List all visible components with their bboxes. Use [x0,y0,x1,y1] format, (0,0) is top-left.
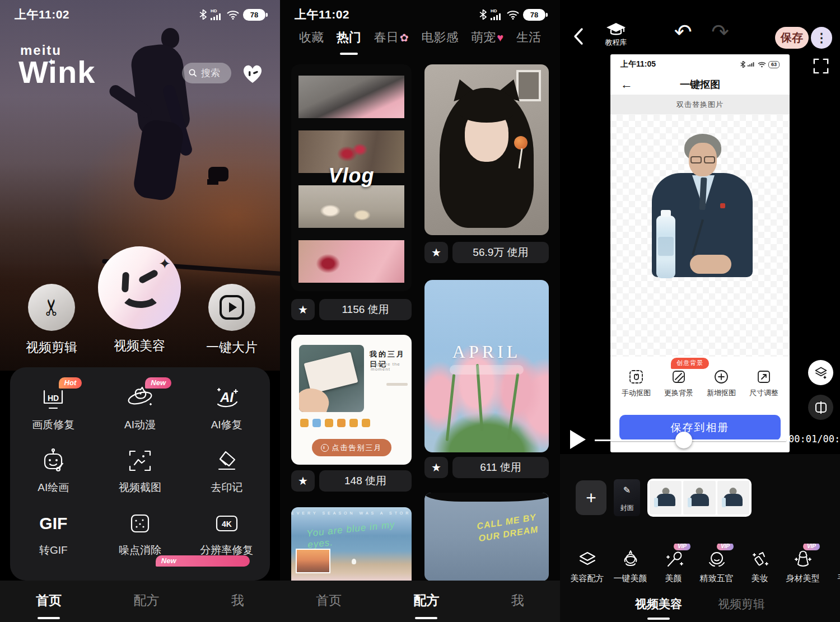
favorite-button[interactable]: ★ [291,470,315,492]
tool-to-gif[interactable]: GIF 转GIF [10,502,97,564]
video-clip-filmstrip[interactable] [647,479,752,517]
status-bar: 上午11:02 HD 78 [280,4,560,25]
nav-recipes[interactable]: 配方 [133,592,159,611]
toolbar-refined-features[interactable]: VIP 精致五官 [695,544,738,593]
fullscreen-button[interactable] [813,58,829,76]
add-cutout-button[interactable]: 新增抠图 [707,369,736,398]
template-card-dream[interactable]: CALL ME BY OUR DREAM [424,493,549,581]
star-icon: ★ [298,303,308,316]
template-card-march-diary[interactable]: 我的三月日记 Capture the moment ‖ 点击告别三月 [291,335,412,465]
beauty-toolbar: 美容配方 一键美颜 VIP 美颜 VIP 精致五官 [560,544,840,593]
quick-action-video-edit[interactable]: ✂ 视频剪辑 [26,284,77,356]
tool-partial-3[interactable] [183,564,270,581]
save-button[interactable]: 保存 [775,27,809,49]
back-arrow-icon[interactable]: ← [620,77,633,92]
favorite-button[interactable]: ★ [424,242,448,263]
tool-video-screenshot[interactable]: 视频截图 [97,439,184,502]
template-card-beach[interactable]: EVERY SEASON WAS A STORY You are blue in… [291,507,412,591]
video-preview-canvas[interactable]: 上午11:05 63 ← 一键抠图 双击替换图片 [610,54,790,452]
compare-button[interactable] [808,395,833,420]
gif-icon: GIF [39,508,67,539]
tool-quality-repair[interactable]: Hot HD 画质修复 [10,376,97,439]
use-template-button[interactable]: 1156 使用 [319,299,412,320]
nav-me[interactable]: 我 [231,592,244,611]
template-actions: ★ 56.9万 使用 [424,242,549,263]
resize-button[interactable]: 尺寸调整 [749,369,778,398]
use-template-button[interactable]: 148 使用 [319,470,412,492]
tutorial-library-button[interactable]: 教程库 [595,22,637,48]
car-mirror [208,167,228,181]
nav-me[interactable]: 我 [511,592,524,611]
toolbar-beauty[interactable]: VIP 美颜 [652,544,695,593]
diary-cta-button[interactable]: ‖ 点击告别三月 [312,439,391,456]
toolbar-makeup[interactable]: 美妆 [738,544,781,593]
nav-home[interactable]: 首页 [316,592,342,611]
tab-favorites[interactable]: 收藏 [299,29,324,46]
back-button[interactable] [572,27,585,48]
cover-thumbnail[interactable]: ✎ 封面 [614,479,640,516]
replace-background-button[interactable]: 更换背景 [664,369,693,398]
pause-icon: ‖ [321,444,329,452]
tab-pets[interactable]: 萌宠♥ [471,29,503,46]
play-button[interactable] [570,430,586,449]
cutout-subject-man[interactable] [643,134,759,302]
more-menu-button[interactable]: ⋮ [811,27,832,49]
tool-ai-anime[interactable]: New AI动漫 [97,376,184,439]
feed-bottom-nav: 首页 配方 我 [280,581,560,622]
vlog-title-text: Vlog [291,164,412,188]
quick-action-video-beauty[interactable]: ✦ 视频美容 [98,246,181,354]
nav-home[interactable]: 首页 [36,592,62,611]
save-to-album-button[interactable]: 保存到相册 [619,415,781,441]
use-template-button[interactable]: 56.9万 使用 [452,242,549,263]
template-card-vlog[interactable]: Vlog [291,64,412,291]
tab-cinematic[interactable]: 电影感 [421,29,458,46]
layers-stack-icon [577,544,598,569]
layers-button[interactable] [808,360,833,385]
seagull [352,559,356,564]
nav-recipes[interactable]: 配方 [413,592,439,611]
water-bottle [656,216,675,278]
diary-photo [299,345,364,412]
tab-video-beauty[interactable]: 视频美容 [635,596,682,612]
undo-button[interactable]: ↶ [674,21,692,43]
template-card-cat-ears-girl[interactable] [424,64,549,235]
tool-ai-repair[interactable]: AI AI修复 [183,376,270,439]
tool-ai-paint[interactable]: AI绘画 [10,439,97,502]
template-card-april-tulips[interactable]: APRIL [424,280,549,452]
cutout-canvas[interactable] [610,115,790,357]
beach-microtext: EVERY SEASON WAS A STORY [291,511,412,515]
manual-cutout-button[interactable]: 手动抠图 [622,369,651,398]
search-input[interactable]: 搜索 [182,63,231,83]
template-feed-screen: 上午11:02 HD 78 收藏 热门 春日✿ 电影感 萌宠♥ 生活 [280,0,560,622]
toolbar-one-tap-beauty[interactable]: 一键美颜 [609,544,652,593]
tab-life[interactable]: 生活 [516,29,541,46]
scrubber-handle[interactable] [675,432,692,448]
redo-button[interactable]: ↷ [711,21,729,43]
favorite-button[interactable]: ★ [424,457,448,478]
add-clip-button[interactable]: + [576,480,606,515]
tool-partial-2[interactable] [97,564,184,581]
toolbar-manual-partial[interactable]: 手动 [824,544,840,593]
toolbar-body-shape[interactable]: VIP 身材美型 [781,544,824,593]
tool-remove-watermark[interactable]: 去印记 [183,439,270,502]
wink-logo-icon[interactable] [241,63,264,84]
heart-icon: ♥ [497,31,503,44]
template-actions: ★ 1156 使用 [291,299,412,320]
vip-badge: VIP [717,544,734,550]
clip-frame [717,481,749,515]
ai-repair-icon: AI [212,383,241,413]
dream-script-text: CALL ME BY OUR DREAM [469,511,539,545]
circle-plus-icon [713,369,729,385]
tab-hot[interactable]: 热门 [337,29,361,46]
tool-partial-1[interactable]: ☽ [10,564,97,581]
tab-video-edit[interactable]: 视频剪辑 [718,596,765,612]
use-template-button[interactable]: 611 使用 [452,457,549,478]
toolbar-beauty-recipe[interactable]: 美容配方 [566,544,609,593]
lollipop [514,136,528,149]
signal-icon: HD [211,9,223,20]
quick-action-one-tap-film[interactable]: 一键大片 [206,284,258,356]
tab-spring[interactable]: 春日✿ [374,29,409,46]
star-icon: ★ [431,246,441,259]
wifi-icon [227,10,239,20]
favorite-button[interactable]: ★ [291,299,315,320]
